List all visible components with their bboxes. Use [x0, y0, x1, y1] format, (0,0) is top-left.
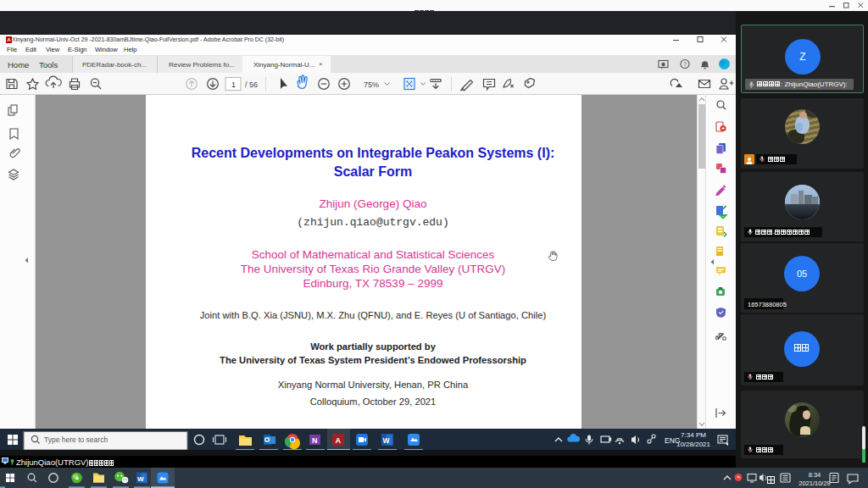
svg-text:W: W	[137, 475, 144, 483]
svg-text:Type here to search: Type here to search	[44, 435, 108, 443]
svg-text:75%: 75%	[364, 80, 379, 89]
svg-text:?: ?	[683, 61, 687, 67]
svg-text:2021/10/29: 2021/10/29	[798, 480, 831, 487]
svg-text:A: A	[336, 435, 342, 444]
svg-text:N: N	[312, 435, 318, 444]
svg-text:7:34 PM: 7:34 PM	[681, 431, 706, 439]
svg-text:1: 1	[231, 80, 236, 89]
svg-text:/ 56: / 56	[245, 80, 258, 89]
svg-text:10/28/2021: 10/28/2021	[676, 440, 711, 447]
svg-text:W: W	[383, 435, 391, 444]
svg-text:8:34: 8:34	[809, 471, 821, 479]
